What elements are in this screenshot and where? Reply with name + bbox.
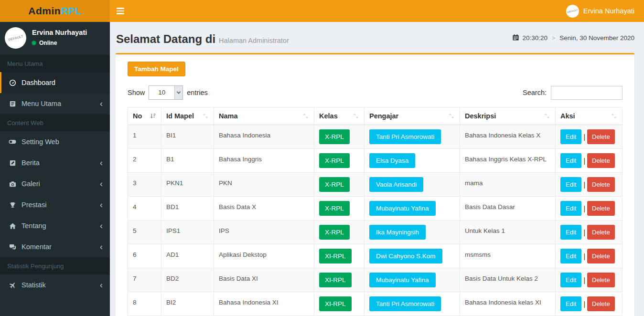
kelas-badge[interactable]: XI-RPL bbox=[319, 296, 352, 311]
user-avatar: DEFAULT bbox=[566, 5, 579, 18]
sidebar-item-tentang[interactable]: Tentang ‹ bbox=[0, 215, 110, 236]
sidebar-item-label: Dashboard bbox=[21, 79, 55, 86]
cell-nama: Bahasa Inggris bbox=[214, 149, 314, 173]
content-header: Selamat Datang diHalaman Administrator 2… bbox=[110, 22, 644, 53]
online-status-icon bbox=[32, 41, 36, 45]
sidebar-user-name: Ervina Nurhayati bbox=[32, 29, 87, 36]
admin-dashboard-app: AdminRPL DEFAULT Ervina Nurhayati DEFAUL… bbox=[0, 0, 644, 316]
cell-deskripsi: Basis Data Dasar bbox=[460, 197, 556, 221]
cell-id-mapel: AD1 bbox=[161, 244, 214, 268]
kelas-badge[interactable]: X-RPL bbox=[319, 129, 350, 144]
menu-section-header: Content Web bbox=[0, 114, 110, 131]
sidebar-menu: Menu Utama Dashboard Menu Utama ‹ Conten… bbox=[0, 55, 110, 295]
cell-kelas: X-RPL bbox=[314, 149, 365, 173]
current-date: Senin, 30 November 2020 bbox=[559, 34, 634, 42]
sidebar-item-berita[interactable]: Berita ‹ bbox=[0, 152, 110, 173]
delete-button[interactable]: Delete bbox=[587, 177, 615, 192]
edit-button[interactable]: Edit bbox=[560, 177, 581, 192]
edit-button[interactable]: Edit bbox=[560, 129, 581, 144]
table-row: 8 BI2 Bahasa Indonesia XI XI-RPL Tanti P… bbox=[128, 292, 623, 316]
action-separator: | bbox=[583, 205, 585, 212]
page-subtitle-text: Halaman Administrator bbox=[219, 37, 289, 44]
action-separator: | bbox=[583, 157, 585, 165]
cell-kelas: X-RPL bbox=[314, 173, 365, 197]
sidebar-item-label: Galeri bbox=[21, 180, 40, 188]
edit-button[interactable]: Edit bbox=[560, 225, 581, 240]
pengajar-badge[interactable]: Tanti Pri Asmorowati bbox=[369, 296, 441, 311]
page-length-select[interactable]: 10 bbox=[149, 85, 183, 100]
table-row: 3 PKN1 PKN X-RPL Vaola Arisandi mama Edi… bbox=[128, 173, 623, 197]
edit-button[interactable]: Edit bbox=[560, 153, 581, 168]
cell-nama: Bahasa Indonesia bbox=[214, 125, 314, 149]
hamburger-icon bbox=[117, 8, 124, 14]
navbar-user-menu[interactable]: DEFAULT Ervina Nurhayati bbox=[563, 0, 637, 22]
kelas-badge[interactable]: X-RPL bbox=[319, 201, 350, 216]
user-avatar: DEFAULT bbox=[5, 27, 26, 49]
column-header-aksi[interactable]: Aksi bbox=[556, 107, 623, 125]
edit-button[interactable]: Edit bbox=[560, 249, 581, 263]
pengajar-badge[interactable]: Mubayinatu Yafina bbox=[369, 273, 436, 287]
cell-no: 6 bbox=[128, 244, 161, 268]
chevron-left-icon: ‹ bbox=[100, 242, 103, 251]
delete-button[interactable]: Delete bbox=[587, 201, 615, 216]
delete-button[interactable]: Delete bbox=[587, 129, 615, 144]
cell-pengajar: Vaola Arisandi bbox=[365, 173, 460, 197]
sidebar-item-menu-utama[interactable]: Menu Utama ‹ bbox=[0, 93, 110, 114]
column-header-id-mapel[interactable]: Id Mapel bbox=[161, 107, 214, 125]
pengajar-badge[interactable]: Vaola Arisandi bbox=[369, 177, 423, 192]
datetime-breadcrumb: 20:30:20 > Senin, 30 November 2020 bbox=[512, 34, 634, 42]
kelas-badge[interactable]: X-RPL bbox=[319, 225, 350, 240]
column-header-kelas[interactable]: Kelas bbox=[314, 107, 365, 125]
cell-no: 7 bbox=[128, 268, 161, 292]
cell-deskripsi: Bahasa Inggris Kelas X-RPL bbox=[460, 149, 556, 173]
table-header-row: No Id Mapel Nama Kelas Pengajar Deskrips… bbox=[128, 107, 623, 125]
online-status[interactable]: Online bbox=[32, 40, 87, 46]
pengajar-badge[interactable]: Mubayinatu Yafina bbox=[369, 201, 436, 216]
show-label: Show bbox=[128, 89, 145, 96]
sort-icon bbox=[611, 113, 617, 119]
cell-id-mapel: PKN1 bbox=[161, 173, 214, 197]
kelas-badge[interactable]: XI-RPL bbox=[319, 249, 352, 263]
home-icon bbox=[7, 222, 18, 230]
action-separator: | bbox=[583, 133, 585, 141]
action-separator: | bbox=[583, 253, 585, 260]
edit-button[interactable]: Edit bbox=[560, 201, 581, 216]
delete-button[interactable]: Delete bbox=[587, 249, 615, 263]
sidebar-item-galeri[interactable]: Galeri ‹ bbox=[0, 173, 110, 194]
mapel-table: No Id Mapel Nama Kelas Pengajar Deskrips… bbox=[128, 107, 623, 316]
sidebar-toggle-button[interactable] bbox=[110, 0, 131, 22]
sort-icon bbox=[448, 113, 455, 119]
pengajar-badge[interactable]: Tanti Pri Asmorowati bbox=[369, 129, 441, 144]
sidebar-item-prestasi[interactable]: Prestasi ‹ bbox=[0, 194, 110, 215]
cell-id-mapel: IPS1 bbox=[161, 221, 214, 244]
kelas-badge[interactable]: X-RPL bbox=[319, 177, 350, 192]
kelas-badge[interactable]: XI-RPL bbox=[319, 273, 352, 287]
delete-button[interactable]: Delete bbox=[587, 273, 615, 287]
column-header-nama[interactable]: Nama bbox=[214, 107, 314, 125]
tambah-mapel-button[interactable]: Tambah Mapel bbox=[128, 62, 185, 76]
column-header-pengajar[interactable]: Pengajar bbox=[365, 107, 460, 125]
pengajar-badge[interactable]: Ika Mayningsih bbox=[369, 225, 426, 240]
delete-button[interactable]: Delete bbox=[587, 225, 615, 240]
pengajar-badge[interactable]: Elsa Dyasa bbox=[369, 153, 415, 168]
delete-button[interactable]: Delete bbox=[587, 153, 615, 168]
column-header-deskripsi[interactable]: Deskripsi bbox=[460, 107, 556, 125]
edit-button[interactable]: Edit bbox=[560, 273, 581, 287]
edit-button[interactable]: Edit bbox=[560, 296, 581, 311]
delete-button[interactable]: Delete bbox=[587, 296, 615, 311]
search-input[interactable] bbox=[551, 86, 623, 100]
sidebar-item-label: Statistik bbox=[21, 281, 46, 289]
sidebar-item-dashboard[interactable]: Dashboard bbox=[0, 72, 110, 93]
sidebar-item-setting-web[interactable]: Setting Web bbox=[0, 131, 110, 152]
pengajar-badge[interactable]: Dwi Cahyono S.Kom bbox=[369, 249, 442, 263]
cell-id-mapel: BI1 bbox=[161, 125, 214, 149]
action-separator: | bbox=[583, 276, 585, 284]
cell-pengajar: Mubayinatu Yafina bbox=[365, 268, 460, 292]
kelas-badge[interactable]: X-RPL bbox=[319, 153, 350, 168]
sidebar-item-statistik[interactable]: Statistik ‹ bbox=[0, 274, 110, 295]
brand-logo[interactable]: AdminRPL bbox=[0, 0, 110, 22]
sidebar-item-komentar[interactable]: Komentar ‹ bbox=[0, 236, 110, 257]
column-header-no[interactable]: No bbox=[128, 107, 161, 125]
chevron-left-icon: ‹ bbox=[100, 179, 103, 188]
sort-icon bbox=[302, 113, 309, 119]
